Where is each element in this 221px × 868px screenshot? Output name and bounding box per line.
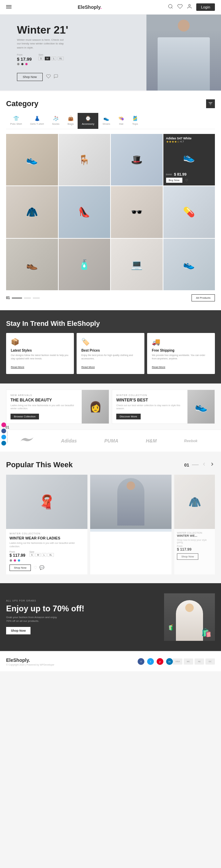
footer-pinterest-button[interactable]: p: [157, 658, 163, 665]
color-dot-pink[interactable]: [25, 63, 28, 65]
discover-more-button[interactable]: Discover More: [116, 414, 141, 419]
product-cell-11[interactable]: 👟: [163, 239, 215, 291]
category-header: Category: [6, 99, 215, 108]
product-cell-3[interactable]: 🎩: [111, 134, 163, 186]
search-icon[interactable]: [168, 4, 173, 11]
product-cell-4[interactable]: 🧥: [6, 186, 58, 238]
tab-hat-label: Hat: [119, 122, 123, 125]
chat-icon-1[interactable]: 💬: [39, 565, 44, 570]
popular-prev-button[interactable]: [201, 461, 207, 468]
hero-title: Winter 21': [17, 24, 140, 36]
popular-card-1-tag: WINTER COLLECTION: [9, 532, 84, 535]
size-l[interactable]: L: [42, 553, 46, 557]
svg-rect-6: [209, 102, 213, 103]
featured-actions: Buy Now ♡: [166, 178, 213, 183]
filter-button[interactable]: [206, 99, 215, 108]
color-gray[interactable]: [9, 559, 12, 562]
tab-socks[interactable]: 🧦 Socks: [48, 113, 63, 129]
bags-icon: 👜: [68, 116, 74, 121]
product-cell-2[interactable]: 🪑: [59, 134, 110, 186]
size-s[interactable]: S: [38, 57, 43, 60]
page-dot-3[interactable]: [33, 298, 40, 298]
navbar-icons: Login: [168, 3, 215, 11]
shop-now-button-1[interactable]: Shop Now: [9, 565, 31, 571]
product-cell-9[interactable]: 🧴: [59, 239, 110, 291]
navbar: EleShoply. Login: [0, 0, 221, 15]
popular-next-button[interactable]: [209, 461, 215, 468]
social-dot-pink[interactable]: [1, 422, 6, 427]
tab-polo-shirt[interactable]: 👕 Polo Shirt: [6, 113, 26, 129]
browse-collection-button[interactable]: Browse Collection: [11, 414, 39, 419]
footer-linkedin-button[interactable]: in: [166, 658, 173, 665]
product-cell-1[interactable]: 👟: [6, 134, 58, 186]
size-xl[interactable]: XL: [47, 553, 54, 557]
collection-section: NEW ARRIVALS THE BLACK BEAUTY Ladies bri…: [0, 384, 221, 430]
tab-girls-tshirt[interactable]: 👗 Girls T-shirt: [26, 113, 48, 129]
hero-price: $ 17.99: [17, 57, 32, 62]
shop-now-button-3[interactable]: Shop Now: [177, 553, 198, 560]
footer-twitter-button[interactable]: t: [147, 658, 154, 665]
user-icon[interactable]: [187, 4, 192, 11]
hat-icon: 👒: [118, 116, 124, 121]
trend-read-more-1[interactable]: Read More: [11, 366, 24, 369]
brands-section: Adidas PUMA H&M Reebok: [0, 430, 221, 452]
brand-logo[interactable]: EleShoply.: [78, 4, 102, 10]
new-price: $ 81.99: [174, 172, 186, 176]
color-pink[interactable]: [14, 559, 16, 562]
promo-drink-icon: 🧃: [167, 624, 174, 631]
tab-hat[interactable]: 👒 Hat: [114, 113, 128, 129]
size-m[interactable]: M: [35, 553, 41, 557]
buy-now-button[interactable]: Buy Now: [166, 178, 182, 183]
hero-wishlist-icon[interactable]: [46, 74, 51, 80]
promo-tag: ALL UPS FOR GRABS: [6, 599, 164, 602]
color-dot-gray[interactable]: [17, 63, 20, 65]
product-cell-6[interactable]: 🕶️: [111, 186, 163, 238]
size-s[interactable]: S: [29, 553, 35, 557]
trend-read-more-2[interactable]: Read More: [81, 366, 95, 369]
product-cell-5[interactable]: 👠: [59, 186, 110, 238]
social-dot-linkedin[interactable]: [1, 441, 6, 446]
product-cell-7[interactable]: 💊: [163, 186, 215, 238]
hero-chat-icon[interactable]: [54, 74, 58, 80]
hamburger-icon[interactable]: [6, 4, 12, 10]
card-3-partial-tag: WINTER COLLECTION: [177, 532, 212, 534]
card-1-colors: [9, 559, 25, 562]
footer-facebook-button[interactable]: f: [138, 658, 144, 665]
popular-card-1-image: 🧣: [6, 475, 87, 529]
size-m[interactable]: M: [45, 57, 50, 60]
color-options: [17, 63, 32, 65]
featured-wishlist-icon[interactable]: ♡: [185, 178, 188, 182]
featured-product-card[interactable]: Adidas S47 White ★★★★☆ 4.7 👟 $102 $ 81.9…: [163, 134, 215, 186]
product-cell-10[interactable]: 💻: [111, 239, 163, 291]
page-dot-1[interactable]: [12, 298, 22, 298]
card-1-size-section: Size: S M L XL: [29, 551, 54, 562]
tab-bags[interactable]: 👜 Bags: [63, 113, 78, 129]
tab-shoes[interactable]: 👟 Shoes: [98, 113, 114, 129]
tab-tops[interactable]: 🎽 Tops: [128, 113, 142, 129]
social-dot-facebook[interactable]: [1, 429, 6, 433]
card-3-partial-desc: Shop now to keep your style going.: [177, 539, 212, 544]
wishlist-icon-1[interactable]: ♡: [34, 565, 37, 570]
login-button[interactable]: Login: [196, 3, 215, 11]
social-dot-twitter[interactable]: [1, 435, 6, 439]
color-blue[interactable]: [18, 559, 20, 562]
trend-card-1-desc: Our designs follow the latest fashion mo…: [11, 354, 69, 360]
popular-title: Popular This Week: [6, 460, 73, 469]
shop-now-button[interactable]: Shop Now: [17, 73, 43, 81]
size-xl[interactable]: XL: [58, 57, 64, 60]
product-image-5: 👠: [59, 186, 110, 238]
wishlist-icon[interactable]: [177, 4, 183, 11]
product-cell-8[interactable]: 👞: [6, 239, 58, 291]
color-dot-dark[interactable]: [21, 63, 24, 65]
product-image-4: 🧥: [6, 186, 58, 238]
promo-shop-button[interactable]: Shop Now: [6, 627, 31, 634]
tab-accessory[interactable]: ⌚ Accessory: [78, 113, 98, 129]
trend-card-3-desc: We provide free shipping worldwide. You …: [152, 354, 210, 360]
trend-read-more-3[interactable]: Read More: [152, 366, 165, 369]
card-1-price-section: From $ 117.99: [9, 551, 25, 562]
size-l[interactable]: L: [52, 57, 56, 60]
hero-action-icons: [46, 74, 58, 80]
category-tabs: 👕 Polo Shirt 👗 Girls T-shirt 🧦 Socks 👜 B…: [6, 113, 215, 129]
page-dot-2[interactable]: [24, 298, 31, 298]
all-products-button[interactable]: All Products: [192, 294, 215, 301]
